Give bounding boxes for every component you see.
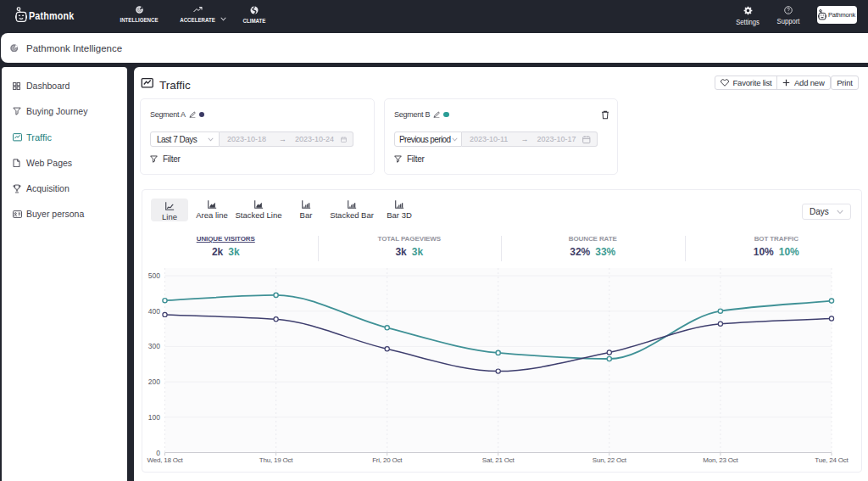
svg-text:100: 100 xyxy=(148,413,160,422)
svg-text:Sun, 22 Oct: Sun, 22 Oct xyxy=(593,456,627,464)
svg-text:Fri, 20 Oct: Fri, 20 Oct xyxy=(372,456,403,464)
svg-text:Mon, 23 Oct: Mon, 23 Oct xyxy=(703,456,738,464)
svg-text:200: 200 xyxy=(148,378,160,386)
svg-text:300: 300 xyxy=(148,342,160,350)
svg-text:500: 500 xyxy=(148,271,160,280)
svg-text:Wed, 18 Oct: Wed, 18 Oct xyxy=(147,456,183,464)
svg-text:Tue, 24 Oct: Tue, 24 Oct xyxy=(815,456,849,464)
svg-text:Thu, 19 Oct: Thu, 19 Oct xyxy=(259,456,294,464)
svg-text:400: 400 xyxy=(148,307,160,316)
svg-text:Sat, 21 Oct: Sat, 21 Oct xyxy=(482,456,515,464)
